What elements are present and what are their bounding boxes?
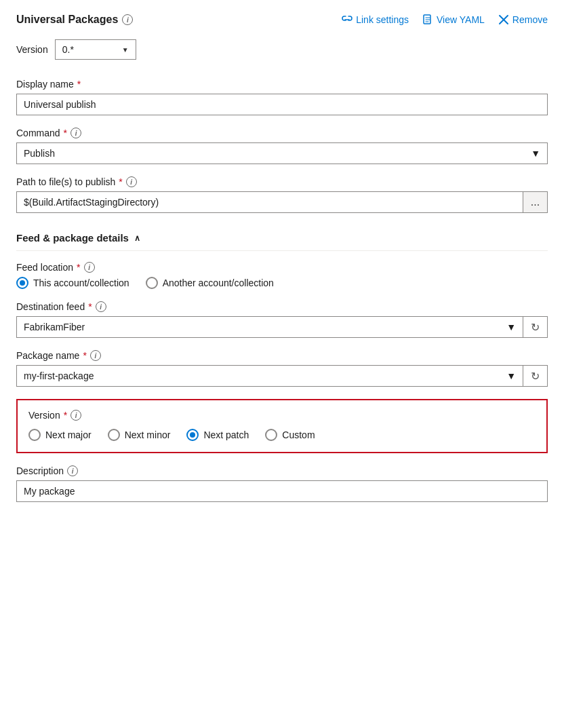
version-field-required-star: * bbox=[64, 410, 67, 421]
version-field-label-row: Version * i bbox=[28, 410, 536, 421]
version-field-section: Version * i Next major Next minor Next p… bbox=[16, 399, 548, 453]
display-name-section: Display name * bbox=[16, 79, 548, 115]
path-to-files-section: Path to file(s) to publish * i ... bbox=[16, 176, 548, 213]
path-to-files-required-star: * bbox=[119, 176, 122, 187]
version-next-major-label: Next major bbox=[45, 429, 92, 440]
description-label-text: Description bbox=[16, 465, 64, 476]
display-name-label: Display name * bbox=[16, 79, 548, 90]
package-name-chevron-icon: ▼ bbox=[506, 370, 516, 381]
display-name-input[interactable] bbox=[16, 94, 548, 115]
command-value: Publish bbox=[24, 148, 55, 159]
feed-location-another-account-option[interactable]: Another account/collection bbox=[146, 277, 274, 289]
version-selector-row: Version 0.* ▼ bbox=[16, 39, 548, 60]
version-next-patch-option[interactable]: Next patch bbox=[186, 429, 249, 441]
version-selector-chevron-icon: ▼ bbox=[122, 46, 129, 54]
header-left: Universal Packages i bbox=[16, 14, 133, 26]
command-dropdown[interactable]: Publish ▼ bbox=[16, 142, 548, 164]
version-radio-group: Next major Next minor Next patch Custom bbox=[28, 429, 536, 441]
description-input[interactable] bbox=[16, 480, 548, 502]
feed-location-another-account-radio[interactable] bbox=[146, 277, 158, 289]
package-name-dropdown[interactable]: my-first-package ▼ bbox=[16, 365, 523, 387]
destination-feed-dropdown[interactable]: FabrikamFiber ▼ bbox=[16, 316, 523, 338]
link-settings-button[interactable]: Link settings bbox=[342, 14, 409, 25]
remove-label: Remove bbox=[512, 14, 548, 25]
version-selector-value: 0.* bbox=[62, 44, 74, 55]
version-custom-label: Custom bbox=[282, 429, 315, 440]
feed-location-radio-group: This account/collection Another account/… bbox=[16, 277, 548, 289]
feed-location-this-account-label: This account/collection bbox=[33, 277, 129, 288]
package-name-label-row: Package name * i bbox=[16, 350, 548, 361]
feed-location-info-icon[interactable]: i bbox=[84, 262, 95, 273]
package-name-value: my-first-package bbox=[24, 370, 94, 381]
package-name-info-icon[interactable]: i bbox=[90, 350, 101, 361]
package-name-refresh-icon: ↻ bbox=[531, 370, 540, 383]
package-name-required-star: * bbox=[83, 350, 86, 361]
command-section: Command * i Publish ▼ bbox=[16, 128, 548, 164]
version-selector-dropdown[interactable]: 0.* ▼ bbox=[55, 39, 136, 60]
command-info-icon[interactable]: i bbox=[70, 128, 81, 138]
ellipsis-icon: ... bbox=[531, 196, 540, 208]
feed-location-another-account-label: Another account/collection bbox=[163, 277, 274, 288]
description-section: Description i bbox=[16, 465, 548, 502]
description-label-row: Description i bbox=[16, 465, 548, 476]
version-field-label-text: Version bbox=[28, 410, 60, 421]
package-name-refresh-button[interactable]: ↻ bbox=[523, 365, 548, 387]
version-next-patch-radio[interactable] bbox=[186, 429, 199, 441]
package-name-section: Package name * i my-first-package ▼ ↻ bbox=[16, 350, 548, 387]
header-actions: Link settings View YAML Remove bbox=[342, 14, 548, 25]
feed-location-section: Feed location * i This account/collectio… bbox=[16, 262, 548, 289]
view-yaml-button[interactable]: View YAML bbox=[422, 14, 485, 25]
link-settings-icon bbox=[342, 14, 352, 25]
remove-icon bbox=[498, 14, 509, 25]
version-custom-option[interactable]: Custom bbox=[265, 429, 315, 441]
version-next-major-option[interactable]: Next major bbox=[28, 429, 92, 441]
description-info-icon[interactable]: i bbox=[67, 465, 78, 476]
command-chevron-icon: ▼ bbox=[531, 148, 540, 159]
page-title: Universal Packages bbox=[16, 14, 118, 26]
version-field-info-icon[interactable]: i bbox=[70, 410, 81, 421]
destination-feed-chevron-icon: ▼ bbox=[506, 322, 516, 332]
version-next-minor-radio[interactable] bbox=[108, 429, 120, 441]
view-yaml-label: View YAML bbox=[437, 14, 485, 25]
feed-location-label-text: Feed location bbox=[16, 262, 73, 273]
command-label-row: Command * i bbox=[16, 128, 548, 138]
destination-feed-info-icon[interactable]: i bbox=[96, 301, 106, 312]
destination-feed-section: Destination feed * i FabrikamFiber ▼ ↻ bbox=[16, 301, 548, 338]
version-next-minor-label: Next minor bbox=[125, 429, 171, 440]
path-to-files-browse-button[interactable]: ... bbox=[523, 191, 548, 213]
version-selector-label: Version bbox=[16, 44, 48, 55]
display-name-required-star: * bbox=[77, 79, 81, 90]
destination-feed-required-star: * bbox=[88, 301, 92, 312]
package-name-input-row: my-first-package ▼ ↻ bbox=[16, 365, 548, 387]
path-to-files-input-row: ... bbox=[16, 191, 548, 213]
path-to-files-label-text: Path to file(s) to publish bbox=[16, 176, 115, 187]
command-label-text: Command bbox=[16, 128, 60, 138]
view-yaml-icon bbox=[422, 14, 433, 25]
version-next-patch-label: Next patch bbox=[203, 429, 249, 440]
destination-feed-label-row: Destination feed * i bbox=[16, 301, 548, 312]
display-name-label-text: Display name bbox=[16, 79, 74, 90]
feed-package-section-title: Feed & package details bbox=[16, 232, 129, 244]
package-name-label-text: Package name bbox=[16, 350, 79, 361]
destination-feed-refresh-icon: ↻ bbox=[531, 321, 540, 334]
destination-feed-refresh-button[interactable]: ↻ bbox=[523, 316, 548, 338]
destination-feed-label-text: Destination feed bbox=[16, 301, 85, 312]
destination-feed-value: FabrikamFiber bbox=[24, 322, 85, 332]
path-to-files-input[interactable] bbox=[16, 191, 523, 213]
universal-packages-info-icon[interactable]: i bbox=[122, 14, 133, 25]
feed-location-this-account-radio[interactable] bbox=[16, 277, 28, 289]
link-settings-label: Link settings bbox=[356, 14, 409, 25]
feed-location-label-row: Feed location * i bbox=[16, 262, 548, 273]
path-to-files-info-icon[interactable]: i bbox=[126, 176, 137, 187]
version-next-major-radio[interactable] bbox=[28, 429, 41, 441]
remove-button[interactable]: Remove bbox=[498, 14, 548, 25]
feed-location-this-account-option[interactable]: This account/collection bbox=[16, 277, 129, 289]
command-required-star: * bbox=[64, 128, 67, 138]
feed-package-section-chevron-icon[interactable]: ∧ bbox=[134, 233, 140, 243]
version-custom-radio[interactable] bbox=[265, 429, 277, 441]
path-to-files-label-row: Path to file(s) to publish * i bbox=[16, 176, 548, 187]
feed-package-section-header: Feed & package details ∧ bbox=[16, 225, 548, 251]
version-next-minor-option[interactable]: Next minor bbox=[108, 429, 171, 441]
header: Universal Packages i Link settings View … bbox=[16, 14, 548, 26]
destination-feed-input-row: FabrikamFiber ▼ ↻ bbox=[16, 316, 548, 338]
